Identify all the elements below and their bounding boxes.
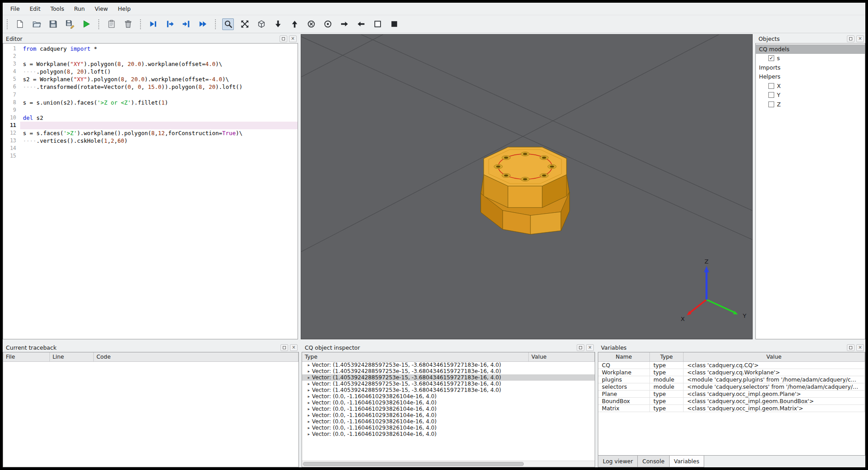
inspector-row[interactable]: ▸Vector: (0.0, -1.1604610293826104e-16, … — [302, 431, 595, 437]
wireframe-button[interactable] — [372, 18, 383, 30]
variable-row-matrix[interactable]: Matrixtype<class 'cadquery.occ_impl.geom… — [598, 405, 865, 412]
inspector-row[interactable]: ▸Vector: (1.4053924288597253e-15, -3.680… — [302, 374, 595, 381]
tree-item-s[interactable]: ✓s — [756, 54, 865, 63]
inspector-row[interactable]: ▸Vector: (0.0, -1.1604610293826104e-16, … — [302, 406, 595, 412]
iso-view-button[interactable] — [255, 18, 267, 30]
toolbar-handle[interactable] — [140, 19, 141, 29]
tab-variables[interactable]: Variables — [669, 456, 705, 467]
expander-icon[interactable]: ▸ — [306, 388, 312, 392]
float-icon[interactable] — [281, 344, 288, 351]
continue-button[interactable] — [197, 18, 209, 30]
shaded-button[interactable] — [388, 18, 400, 30]
debug-button[interactable] — [147, 18, 159, 30]
column-header-file[interactable]: File — [3, 352, 50, 361]
column-header-line[interactable]: Line — [50, 352, 94, 361]
close-icon[interactable]: × — [856, 344, 864, 351]
top-view-button[interactable] — [272, 18, 284, 30]
code-line[interactable]: 5s2 = Workplane("XY").polygon(8, 20.0).w… — [3, 75, 298, 83]
expander-icon[interactable]: ▸ — [306, 369, 312, 373]
expander-icon[interactable]: ▸ — [306, 432, 312, 436]
tab-console[interactable]: Console — [637, 456, 669, 467]
column-header-name[interactable]: Name — [598, 352, 650, 361]
menu-item-tools[interactable]: Tools — [45, 3, 69, 14]
code-line[interactable]: 13····.vertices().cskHole(1,2,60) — [3, 137, 298, 145]
code-line[interactable]: 9 — [3, 106, 298, 114]
close-icon[interactable]: × — [586, 344, 594, 351]
menu-item-help[interactable]: Help — [113, 3, 136, 14]
inspector-row[interactable]: ▸Vector: (1.4053924288597253e-15, -3.680… — [302, 387, 595, 393]
variable-row-cq[interactable]: CQtype<class 'cadquery.cq.CQ'> — [598, 362, 865, 369]
toolbar-handle[interactable] — [7, 19, 8, 29]
inspector-row[interactable]: ▸Vector: (1.4053924288597253e-15, -3.680… — [302, 381, 595, 387]
delete-button[interactable] — [122, 18, 134, 30]
inspector-row[interactable]: ▸Vector: (1.4053924288597253e-15, -3.680… — [302, 368, 595, 374]
new-file-button[interactable] — [14, 18, 26, 30]
float-icon[interactable] — [847, 35, 855, 42]
column-header-code[interactable]: Code — [94, 352, 298, 361]
code-line[interactable]: 2 — [3, 53, 298, 60]
front-view-button[interactable] — [322, 18, 333, 30]
variable-row-selectors[interactable]: selectorsmodule<module 'cadquery.selecto… — [598, 383, 865, 391]
column-header-value[interactable]: Value — [529, 352, 595, 361]
save-button[interactable] — [47, 18, 59, 30]
tree-item-x[interactable]: X — [756, 81, 865, 91]
checkbox-z[interactable] — [768, 101, 774, 107]
open-button[interactable] — [31, 18, 42, 30]
float-icon[interactable] — [280, 35, 287, 42]
variable-row-plugins[interactable]: pluginsmodule<module 'cadquery.plugins' … — [598, 376, 865, 383]
variable-row-plane[interactable]: Planetype<class 'cadquery.occ_impl.geom.… — [598, 391, 865, 398]
expander-icon[interactable]: ▸ — [306, 394, 312, 399]
expander-icon[interactable]: ▸ — [306, 407, 312, 411]
fit-view-button[interactable] — [239, 18, 250, 30]
inspector-row[interactable]: ▸Vector: (1.4053924288597253e-15, -3.680… — [302, 362, 595, 368]
tree-item-helpers[interactable]: Helpers — [756, 72, 865, 82]
code-line[interactable]: 8s = s.union(s2).faces('>Z or <Z').fille… — [3, 99, 298, 106]
code-line[interactable]: 10del s2 — [3, 114, 298, 122]
step-into-button[interactable] — [180, 18, 192, 30]
column-header-type[interactable]: Type — [650, 352, 684, 361]
viewport-3d[interactable]: Z X Y — [301, 34, 753, 339]
right-view-button[interactable] — [338, 18, 350, 30]
expander-icon[interactable]: ▸ — [306, 375, 312, 380]
save-as-button[interactable] — [64, 18, 75, 30]
expander-icon[interactable]: ▸ — [306, 413, 312, 417]
expander-icon[interactable]: ▸ — [306, 426, 312, 430]
close-icon[interactable]: × — [290, 344, 298, 351]
code-line[interactable]: 14 — [3, 145, 298, 152]
horizontal-scrollbar[interactable] — [302, 461, 595, 467]
code-line[interactable]: 15 — [3, 152, 298, 160]
tree-item-z[interactable]: Z — [756, 100, 865, 109]
column-header-value[interactable]: Value — [684, 352, 865, 361]
inspector-row[interactable]: ▸Vector: (0.0, -1.1604610293826104e-16, … — [302, 400, 595, 406]
float-icon[interactable] — [577, 344, 584, 351]
code-editor[interactable]: 1from cadquery import *23s = Workplane("… — [3, 43, 298, 339]
toolbar-handle[interactable] — [215, 19, 216, 29]
cad-model[interactable] — [481, 147, 570, 234]
back-view-button[interactable] — [305, 18, 317, 30]
bottom-view-button[interactable] — [289, 18, 300, 30]
render-button[interactable] — [80, 18, 92, 30]
toolbar-handle[interactable] — [98, 19, 99, 29]
expander-icon[interactable]: ▸ — [306, 382, 312, 386]
close-icon[interactable]: × — [289, 35, 297, 42]
tab-log-viewer[interactable]: Log viewer — [598, 456, 638, 467]
code-line[interactable]: 7 — [3, 91, 298, 99]
inspector-row[interactable]: ▸Vector: (0.0, -1.1604610293826104e-16, … — [302, 425, 595, 431]
step-button[interactable] — [164, 18, 175, 30]
inspector-row[interactable]: ▸Vector: (0.0, -1.1604610293826104e-16, … — [302, 393, 595, 400]
variable-row-boundbox[interactable]: BoundBoxtype<class 'cadquery.occ_impl.ge… — [598, 398, 865, 405]
expander-icon[interactable]: ▸ — [306, 400, 312, 405]
zoom-toggle-button[interactable] — [222, 18, 234, 30]
tree-item-imports[interactable]: Imports — [756, 63, 865, 72]
close-icon[interactable]: × — [856, 35, 864, 42]
code-line[interactable]: 6····.transformed(rotate=Vector(0, 0, 15… — [3, 83, 298, 91]
inspector-row[interactable]: ▸Vector: (0.0, -1.1604610293826104e-16, … — [302, 418, 595, 425]
code-line[interactable]: 11 — [3, 122, 298, 129]
code-line[interactable]: 3s = Workplane("XY").polygon(8, 20.0).wo… — [3, 60, 298, 68]
tree-item-cq-models[interactable]: CQ models — [756, 44, 865, 54]
column-header-type[interactable]: Type — [302, 352, 529, 361]
expander-icon[interactable]: ▸ — [306, 363, 312, 367]
checkbox-s[interactable]: ✓ — [768, 55, 774, 61]
menu-item-run[interactable]: Run — [69, 3, 90, 14]
scrollbar-thumb[interactable] — [303, 462, 524, 466]
